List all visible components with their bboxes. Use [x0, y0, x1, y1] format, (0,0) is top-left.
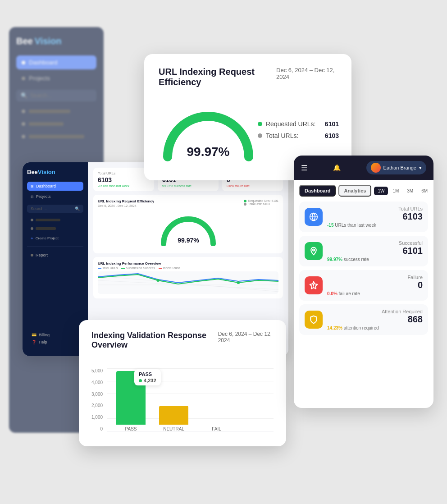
user-badge[interactable]: Eathan Brange ▾	[366, 161, 426, 174]
sd-nav-report: Report	[27, 251, 83, 260]
period-1w[interactable]: 1W	[374, 187, 388, 195]
tab-analytics[interactable]: Analytics	[338, 185, 371, 197]
sd-stat-total-label: Total URLs	[98, 171, 150, 175]
rp-stat-total-urls: Total URLs 6103 -15 URLs than last week	[299, 202, 428, 232]
bg-nav-create	[16, 131, 96, 142]
username: Eathan Brange	[383, 165, 416, 170]
url-legend-requested: Requested URLs: 6101	[258, 120, 339, 128]
svg-text:99.97%: 99.97%	[187, 145, 230, 159]
failure-sub-highlight: 0.0%	[327, 291, 338, 296]
svg-text:99.97%: 99.97%	[178, 237, 199, 244]
sd-url-chart-date: Dec 6, 2024 - Dec 12, 2024	[98, 204, 154, 207]
rp-stat-attention-body: Attention Required 868 14.23% attention …	[327, 309, 423, 330]
total-sub-highlight: -15	[327, 223, 333, 228]
bg-nav-analytics	[16, 106, 96, 117]
bg-logo: BeeVision	[16, 36, 96, 46]
sd-nav-projects: ⊟ Projects	[27, 192, 83, 201]
attention-icon	[305, 311, 323, 329]
sd-logo: BeeVision	[27, 169, 83, 175]
bg-nav-dashboard: Dashboard	[16, 55, 96, 69]
rp-stat-failure-value: 0	[327, 280, 423, 290]
bar-neutral-rect	[159, 406, 188, 425]
val-bars-container: PASS NEUTRAL FAIL PASS 4,232	[107, 368, 274, 431]
rp-stat-successful-sub: 99.97% success rate	[327, 257, 423, 262]
rp-stat-successful-label: Successful	[327, 240, 423, 246]
sd-gauge: 99.97%	[98, 210, 278, 246]
url-gauge: 99.97%	[159, 94, 258, 166]
rp-stat-failure: Failure 0 0.0% failure rate	[299, 270, 428, 301]
failure-icon	[305, 276, 323, 294]
sd-nav-create: + Create Project	[27, 234, 83, 243]
rp-stat-attention-label: Attention Required	[327, 309, 423, 314]
sd-line-chart: URL Indexing Performance Overview Total …	[93, 257, 283, 298]
bg-nav-settings	[16, 119, 96, 129]
bar-fail-label: FAIL	[212, 426, 221, 431]
attention-sub-highlight: 14.23%	[327, 325, 342, 330]
right-panel: ☰ 🔔 Eathan Brange ▾ Dashboard Analytics …	[294, 156, 433, 408]
chevron-down-icon: ▾	[419, 165, 422, 171]
url-legend-total: Total URLs: 6103	[258, 132, 339, 139]
pass-label: PASS	[139, 371, 152, 377]
pass-label-box: PASS 4,232	[134, 369, 161, 385]
pass-dot	[139, 379, 142, 382]
success-sub-highlight: 99.97%	[327, 257, 342, 262]
bell-icon[interactable]: 🔔	[333, 164, 341, 171]
rp-stat-attention: Attention Required 868 14.23% attention …	[299, 304, 428, 335]
rp-stat-total-body: Total URLs 6103 -15 URLs than last week	[327, 206, 423, 228]
val-y-axis: 5,000 4,000 3,000 2,000 1,000 0	[91, 368, 103, 431]
url-card-title: URL Indexing Request Efficiency	[159, 67, 276, 87]
legend-value-total: 6103	[325, 132, 339, 139]
tab-dashboard[interactable]: Dashboard	[299, 185, 336, 197]
sd-search: Search... 🔍	[27, 205, 83, 213]
url-card-date: Dec 6, 2024 – Dec 12, 2024	[276, 67, 337, 80]
val-date: Dec 6, 2024 – Dec 12, 2024	[218, 331, 274, 344]
rp-stat-total-sub: -15 URLs than last week	[327, 223, 423, 228]
sd-line-chart-title: URL Indexing Performance Overview	[98, 261, 278, 266]
legend-dot-total	[258, 133, 262, 138]
sd-nav-dashboard: ⊞ Dashboard	[27, 182, 83, 191]
rp-stat-attention-sub: 14.23% attention required	[327, 325, 423, 330]
sd-stat-failure-sub: 0.0% failure rate	[227, 184, 278, 188]
rp-header: ☰ 🔔 Eathan Brange ▾	[294, 156, 433, 180]
avatar	[371, 163, 381, 173]
rp-stat-successful-body: Successful 6101 99.97% success rate	[327, 240, 423, 262]
svg-line-1	[98, 276, 278, 292]
rp-stat-attention-value: 868	[327, 314, 423, 325]
rp-stat-failure-label: Failure	[327, 275, 423, 280]
rp-stat-failure-body: Failure 0 0.0% failure rate	[327, 275, 423, 296]
sd-nav-item2	[27, 225, 83, 232]
url-legend: Requested URLs: 6101 Total URLs: 6103	[258, 120, 339, 139]
hamburger-icon[interactable]: ☰	[301, 164, 307, 172]
bar-pass-label: PASS	[125, 426, 137, 431]
legend-label-requested: Requested URLs:	[266, 120, 316, 128]
sd-nav-item1	[27, 216, 83, 224]
svg-point-9	[313, 249, 315, 251]
period-3m[interactable]: 3M	[403, 187, 417, 195]
period-1m[interactable]: 1M	[389, 187, 402, 195]
total-urls-icon	[305, 208, 323, 226]
period-custom[interactable]: Custom	[432, 187, 433, 195]
pass-value-row: 4,232	[139, 378, 156, 383]
sd-url-chart-title: URL Indexing Request Efficiency	[98, 199, 154, 203]
sd-url-chart: URL Indexing Request Efficiency Dec 6, 2…	[93, 195, 283, 253]
bar-neutral-label: NEUTRAL	[163, 426, 184, 431]
pass-value: 4,232	[144, 378, 156, 383]
sd-stat-total-value: 6103	[98, 176, 150, 183]
rp-tabs-row: Dashboard Analytics 1W 1M 3M 6M Custom ↻	[294, 180, 433, 202]
rp-stat-successful-value: 6101	[327, 246, 423, 256]
period-6m[interactable]: 6M	[418, 187, 431, 195]
successful-icon	[305, 242, 323, 260]
period-tabs: 1W 1M 3M 6M Custom	[374, 187, 433, 195]
sd-linechart-visual	[98, 271, 278, 294]
bg-search: 🔍Search...	[16, 90, 96, 101]
rp-stat-total-value: 6103	[327, 211, 423, 222]
bar-fail: FAIL	[202, 425, 231, 431]
sd-stat-total-sub: -16 urls than last week	[98, 184, 150, 188]
rp-stat-successful: Successful 6101 99.97% success rate	[299, 236, 428, 266]
svg-point-4	[156, 279, 160, 282]
sd-stat-success-sub: 99.97% success rate	[162, 184, 214, 188]
val-title: Indexing Validation Response Overview	[91, 331, 218, 350]
small-sidebar: BeeVision ⊞ Dashboard ⊟ Projects Search.…	[23, 162, 88, 356]
legend-label-total: Total URLs:	[266, 132, 298, 139]
svg-point-5	[237, 281, 240, 284]
